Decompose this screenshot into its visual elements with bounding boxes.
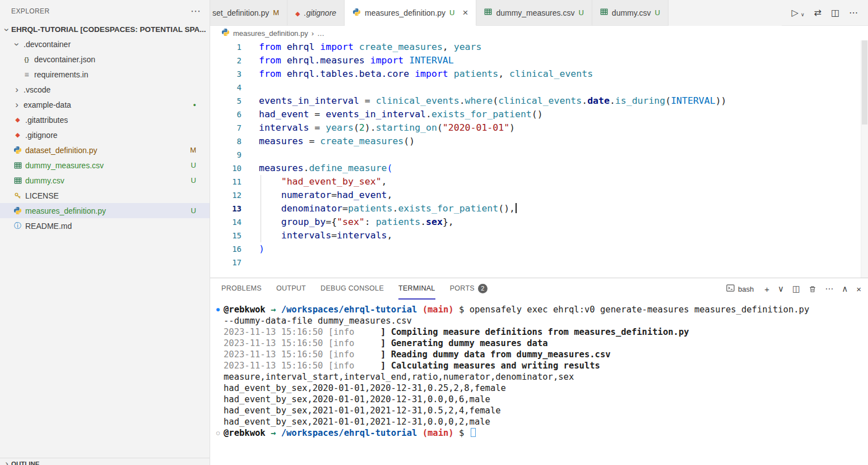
editor-more-actions-icon[interactable]: ⋯ xyxy=(849,7,858,18)
panel-tab-problems[interactable]: PROBLEMS xyxy=(221,278,262,300)
terminal-dropdown-icon[interactable]: ∨ xyxy=(778,284,784,294)
code-line-12[interactable]: 12 numerator=had_event, xyxy=(210,188,868,202)
split-terminal-icon[interactable]: ◫ xyxy=(792,284,800,294)
line-number[interactable]: 17 xyxy=(210,256,242,269)
git-status-badge: U xyxy=(655,8,660,17)
scrollbar-thumb[interactable] xyxy=(862,40,867,125)
code-line-16[interactable]: 16) xyxy=(210,242,868,256)
bash-terminal-button[interactable]: bash xyxy=(726,284,754,294)
panel-tab-debug-console[interactable]: DEBUG CONSOLE xyxy=(321,278,384,300)
panel-tab-ports[interactable]: PORTS2 xyxy=(450,278,488,300)
line-number[interactable]: 1 xyxy=(210,40,242,54)
run-button[interactable]: ▷ xyxy=(792,7,799,18)
editor-scrollbar[interactable] xyxy=(861,40,868,278)
line-number[interactable]: 14 xyxy=(210,215,242,229)
line-number[interactable]: 8 xyxy=(210,135,242,148)
breadcrumb[interactable]: measures_definition.py › … xyxy=(210,26,868,40)
line-number[interactable]: 3 xyxy=(210,67,242,81)
tree-item-dataset_definition.py[interactable]: dataset_definition.pyM xyxy=(0,142,210,158)
code-line-1[interactable]: 1from ehrql import create_measures, year… xyxy=(210,40,868,54)
tree-item-.gitignore[interactable]: ◆.gitignore xyxy=(0,127,210,142)
code-text: numerator=had_event, xyxy=(242,188,392,202)
line-number[interactable]: 10 xyxy=(210,162,242,175)
line-number[interactable]: 11 xyxy=(210,175,242,188)
explorer-more-actions-icon[interactable]: ⋯ xyxy=(191,5,201,17)
tree-item-.vscode[interactable]: .vscode xyxy=(0,82,210,97)
tree-item-devcontainer.json[interactable]: {}devcontainer.json xyxy=(0,52,210,67)
code-line-14[interactable]: 14 group_by={"sex": patients.sex}, xyxy=(210,215,868,229)
tree-item-README.md[interactable]: ⓘREADME.md xyxy=(0,218,210,233)
split-editor-icon[interactable]: ◫ xyxy=(831,7,839,18)
close-tab-icon[interactable]: × xyxy=(462,7,468,19)
new-terminal-button[interactable]: + xyxy=(764,284,769,294)
panel-tab-output[interactable]: OUTPUT xyxy=(276,278,306,300)
code-line-5[interactable]: 5events_in_interval = clinical_events.wh… xyxy=(210,94,868,108)
workspace-root-folder[interactable]: EHRQL-TUTORIAL [CODESPACES: POTENTIAL SP… xyxy=(0,22,210,36)
csv-icon xyxy=(600,8,608,17)
code-line-3[interactable]: 3from ehrql.tables.beta.core import pati… xyxy=(210,67,868,81)
outline-label: OUTLINE xyxy=(11,458,39,465)
line-number[interactable]: 7 xyxy=(210,121,242,135)
line-number[interactable]: 12 xyxy=(210,188,242,202)
tree-item-example-data[interactable]: example-data● xyxy=(0,97,210,112)
chevron-down-icon xyxy=(11,40,22,49)
tree-item-LICENSE[interactable]: LICENSE xyxy=(0,188,210,203)
code-line-10[interactable]: 10measures.define_measure( xyxy=(210,162,868,175)
code-line-2[interactable]: 2from ehrql.measures import INTERVAL xyxy=(210,54,868,67)
code-line-7[interactable]: 7intervals = years(2).starting_on("2020-… xyxy=(210,121,868,135)
tree-item-measures_definition.py[interactable]: measures_definition.pyU xyxy=(0,203,210,218)
code-text: group_by={"sex": patients.sex}, xyxy=(242,215,454,229)
maximize-panel-icon[interactable]: ∧ xyxy=(842,284,848,294)
line-number[interactable]: 2 xyxy=(210,54,242,67)
code-text xyxy=(242,81,259,94)
code-line-6[interactable]: 6had_event = events_in_interval.exists_f… xyxy=(210,108,868,121)
tree-item-.devcontainer[interactable]: .devcontainer xyxy=(0,36,210,52)
code-line-8[interactable]: 8measures = create_measures() xyxy=(210,135,868,148)
panel-tab-label: PORTS xyxy=(450,284,475,292)
explorer-sidebar: EXPLORER ⋯ EHRQL-TUTORIAL [CODESPACES: P… xyxy=(0,0,210,465)
tab-set_definition.py[interactable]: set_definition.pyM xyxy=(210,0,287,26)
workspace-root-label: EHRQL-TUTORIAL [CODESPACES: POTENTIAL SP… xyxy=(11,25,206,34)
chevron-right-icon xyxy=(2,458,11,465)
breadcrumb-symbol[interactable]: … xyxy=(317,29,324,38)
tab-dummy_measures.csv[interactable]: dummy_measures.csvU xyxy=(476,0,592,26)
kill-terminal-icon[interactable] xyxy=(809,285,816,293)
line-number[interactable]: 13 xyxy=(210,202,242,215)
code-line-9[interactable]: 9 xyxy=(210,148,868,162)
panel-more-actions-icon[interactable]: ⋯ xyxy=(825,284,833,294)
line-number[interactable]: 6 xyxy=(210,108,242,121)
line-number[interactable]: 15 xyxy=(210,229,242,242)
line-number[interactable]: 16 xyxy=(210,242,242,256)
tab-measures_definition.py[interactable]: measures_definition.pyU× xyxy=(345,0,476,26)
decoration-spacer xyxy=(212,383,224,394)
terminal-text: 2023-11-13 15:16:50 [info ] Calculating … xyxy=(224,360,600,371)
row-decorations: U xyxy=(191,176,210,185)
terminal-text: had_event_by_sex,2021-01-01,2021-12-31,0… xyxy=(224,416,490,427)
code-line-15[interactable]: 15 intervals=intervals, xyxy=(210,229,868,242)
compare-changes-icon[interactable]: ⇄ xyxy=(814,7,821,18)
code-text: denominator=patients.exists_for_patient(… xyxy=(242,202,517,215)
tab-dummy.csv[interactable]: dummy.csvU xyxy=(592,0,669,26)
run-dropdown-icon[interactable]: ∨ xyxy=(801,12,805,17)
tree-item-.gitattributes[interactable]: ◆.gitattributes xyxy=(0,112,210,127)
line-number[interactable]: 5 xyxy=(210,94,242,108)
tree-item-requirements.in[interactable]: ≡requirements.in xyxy=(0,67,210,82)
code-line-4[interactable]: 4 xyxy=(210,81,868,94)
line-number[interactable]: 9 xyxy=(210,148,242,162)
code-line-11[interactable]: 11 "had_event_by_sex", xyxy=(210,175,868,188)
tree-item-dummy.csv[interactable]: dummy.csvU xyxy=(0,173,210,188)
panel-tab-terminal[interactable]: TERMINAL xyxy=(398,278,435,300)
code-line-13[interactable]: 13 denominator=patients.exists_for_patie… xyxy=(210,202,868,215)
terminal-output[interactable]: ●@rebkwok → /workspaces/ehrql-tutorial (… xyxy=(210,300,868,465)
tab-.gitignore[interactable]: ◆.gitignore xyxy=(287,0,345,26)
code-line-17[interactable]: 17 xyxy=(210,256,868,269)
close-panel-icon[interactable]: × xyxy=(856,284,861,294)
outline-section[interactable]: OUTLINE xyxy=(0,458,210,465)
code-text: ) xyxy=(242,242,264,256)
tree-item-dummy_measures.csv[interactable]: dummy_measures.csvU xyxy=(0,158,210,173)
code-editor[interactable]: 1from ehrql import create_measures, year… xyxy=(210,40,868,278)
terminal-text: had_event_by_sex,2021-01-01,2021-12-31,0… xyxy=(224,405,501,416)
breadcrumb-file[interactable]: measures_definition.py xyxy=(233,29,308,38)
panel-tab-label: DEBUG CONSOLE xyxy=(321,284,384,292)
line-number[interactable]: 4 xyxy=(210,81,242,94)
